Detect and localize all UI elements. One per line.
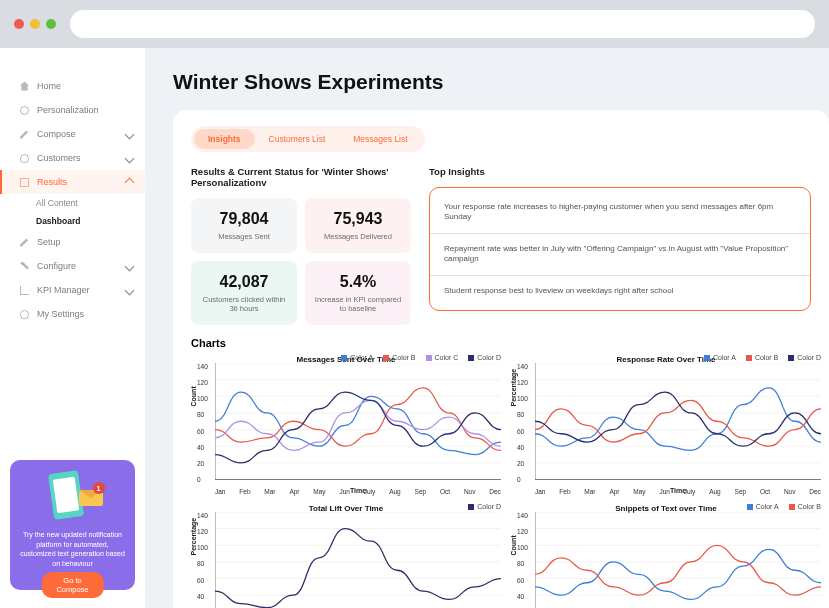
subnav-all-content[interactable]: All Content xyxy=(36,194,145,212)
home-icon xyxy=(20,82,29,91)
url-bar[interactable] xyxy=(70,10,815,38)
top-insights: Top Insights Your response rate increase… xyxy=(429,166,811,325)
insight-row: Repayment rate was better in July with "… xyxy=(430,234,810,276)
tabs: Insights Customers List Messages List xyxy=(191,126,425,152)
go-to-compose-button[interactable]: Go to Compose xyxy=(41,572,104,598)
legend-item: Color A xyxy=(747,503,779,510)
notification-badge: 1 xyxy=(93,482,105,494)
kpi-value: 75,943 xyxy=(313,210,403,228)
nav-compose[interactable]: Compose xyxy=(0,122,145,146)
results-heading: Results & Current Status for 'Winter Sho… xyxy=(191,166,411,188)
y-ticks: 140120100806040200 xyxy=(197,363,208,483)
kpi-clicks: 42,087 Customers clicked within 36 hours xyxy=(191,261,297,325)
kpi-lift: 5.4% Increase in KPI compared to baselin… xyxy=(305,261,411,325)
kpi-label: Customers clicked within 36 hours xyxy=(199,295,289,313)
results-status: Results & Current Status for 'Winter Sho… xyxy=(191,166,411,325)
nav-configure[interactable]: Configure xyxy=(0,254,145,278)
chevron-up-icon xyxy=(125,177,135,187)
nav-label: Compose xyxy=(37,129,76,139)
nav-customers[interactable]: Customers xyxy=(0,146,145,170)
kpi-messages-sent: 79,804 Messages Sent xyxy=(191,198,297,253)
x-ticks: JanFebMarAprMayJunJulyAugSepOctNovDec xyxy=(535,488,821,495)
insight-row: Your response rate increases to higher-p… xyxy=(430,192,810,234)
legend-item: Color B xyxy=(383,354,415,361)
logo-icon xyxy=(20,58,38,68)
legend-item: Color A xyxy=(704,354,736,361)
tab-customers-list[interactable]: Customers List xyxy=(255,129,340,149)
nav-kpi-manager[interactable]: KPI Manager xyxy=(0,278,145,302)
chevron-down-icon xyxy=(125,129,135,139)
chart-card: Messages Sent Over Time Color AColor BCo… xyxy=(191,355,501,494)
kpi-value: 42,087 xyxy=(199,273,289,291)
setup-icon xyxy=(20,238,29,247)
nav-label: Results xyxy=(37,177,67,187)
insights-heading: Top Insights xyxy=(429,166,811,177)
y-ticks: 140120100806040200 xyxy=(517,363,528,483)
legend-item: Color D xyxy=(788,354,821,361)
kpi-messages-delivered: 75,943 Messages Delivered xyxy=(305,198,411,253)
kpi-label: Messages Sent xyxy=(199,232,289,241)
minimize-window-icon[interactable] xyxy=(30,19,40,29)
nav-personalization[interactable]: Personalization xyxy=(0,98,145,122)
browser-chrome xyxy=(0,0,829,48)
chart-icon xyxy=(20,286,29,295)
users-icon xyxy=(20,154,29,163)
kpi-cards: 79,804 Messages Sent 75,943 Messages Del… xyxy=(191,198,411,325)
chart-card: Total Lift Over Time Color D Percentage … xyxy=(191,504,501,608)
chevron-down-icon xyxy=(125,153,135,163)
results-icon xyxy=(20,178,29,187)
subnav-dashboard[interactable]: Dashboard xyxy=(36,212,145,230)
insights-box: Your response rate increases to higher-p… xyxy=(429,187,811,311)
nav-setup[interactable]: Setup xyxy=(0,230,145,254)
nav-results[interactable]: Results xyxy=(0,170,145,194)
legend-item: Color C xyxy=(426,354,459,361)
promo-card: 1 Try the new updated notification platf… xyxy=(10,460,135,590)
tab-insights[interactable]: Insights xyxy=(194,129,255,149)
chart-plot: Percentage 140120100806040200 JanFebMarA… xyxy=(535,363,821,483)
gear-icon xyxy=(20,106,29,115)
kpi-value: 79,804 xyxy=(199,210,289,228)
chart-legend: Color AColor BColor CColor D xyxy=(191,354,501,361)
tab-messages-list[interactable]: Messages List xyxy=(339,129,421,149)
promo-illustration: 1 xyxy=(43,472,103,522)
nav-label: Customers xyxy=(37,153,81,163)
nav-label: My Settings xyxy=(37,309,84,319)
legend-item: Color D xyxy=(468,354,501,361)
chart-grid: Messages Sent Over Time Color AColor BCo… xyxy=(191,355,811,608)
kpi-value: 5.4% xyxy=(313,273,403,291)
y-ticks: 140120100806040200 xyxy=(197,512,208,608)
nav-label: Setup xyxy=(37,237,61,247)
wrench-icon xyxy=(20,262,29,271)
nav-home[interactable]: Home xyxy=(0,74,145,98)
kpi-label: Messages Delivered xyxy=(313,232,403,241)
promo-text: Try the new updated notification platfor… xyxy=(20,530,125,568)
chevron-down-icon xyxy=(125,285,135,295)
nav-label: KPI Manager xyxy=(37,285,90,295)
y-axis-label: Percentage xyxy=(190,518,197,556)
results-subnav: All Content Dashboard xyxy=(0,194,145,230)
nav-label: Configure xyxy=(37,261,76,271)
y-ticks: 140120100806040200 xyxy=(517,512,528,608)
y-axis-label: Count xyxy=(510,535,517,555)
y-axis-label: Percentage xyxy=(510,369,517,407)
legend-item: Color D xyxy=(468,503,501,510)
legend-item: Color A xyxy=(341,354,373,361)
chart-card: Snippets of Text over Time Color AColor … xyxy=(511,504,821,608)
chart-plot: Count 140120100806040200 JanFebMarAprMay… xyxy=(215,363,501,483)
legend-item: Color B xyxy=(746,354,778,361)
sidebar: Home Personalization Compose Customers R… xyxy=(0,48,145,608)
page-title: Winter Shows Experiments xyxy=(173,70,829,94)
chart-plot: Percentage 140120100806040200 JanFebMarA… xyxy=(215,512,501,608)
chart-card: Response Rate Over Time Color AColor BCo… xyxy=(511,355,821,494)
maximize-window-icon[interactable] xyxy=(46,19,56,29)
close-window-icon[interactable] xyxy=(14,19,24,29)
legend-item: Color B xyxy=(789,503,821,510)
nav-my-settings[interactable]: My Settings xyxy=(0,302,145,326)
insight-row: Student response best to liveview on wee… xyxy=(430,276,810,306)
kpi-label: Increase in KPI compared to baseline xyxy=(313,295,403,313)
y-axis-label: Count xyxy=(190,386,197,406)
chart-plot: Count 140120100806040200 JanFebMarAprMay… xyxy=(535,512,821,608)
window-controls xyxy=(14,19,56,29)
main-content: Winter Shows Experiments Insights Custom… xyxy=(145,48,829,608)
charts-heading: Charts xyxy=(191,337,811,349)
